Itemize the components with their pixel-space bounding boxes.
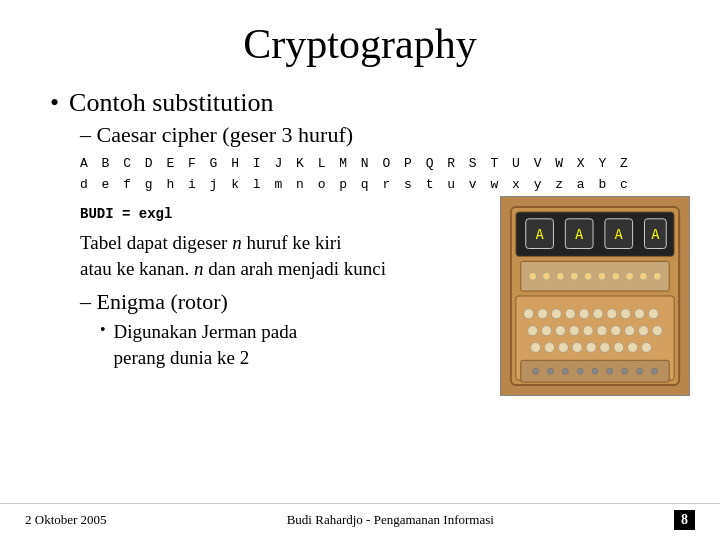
svg-point-50	[628, 342, 638, 352]
svg-point-35	[555, 325, 565, 335]
enigma-image: A A A A	[500, 196, 690, 396]
svg-point-43	[531, 342, 541, 352]
bullet-dot: •	[50, 88, 59, 118]
enigma-bullet-label: Digunakan Jerman padaperang dunia ke 2	[114, 319, 298, 372]
enigma-bullet: • Digunakan Jerman padaperang dunia ke 2	[100, 319, 490, 372]
text-area: BUDI = exgl Tabel dapat digeser n huruf …	[50, 206, 500, 372]
svg-point-20	[626, 272, 634, 280]
svg-point-27	[579, 308, 589, 318]
svg-point-30	[621, 308, 631, 318]
paragraph1: Tabel dapat digeser n huruf ke kiri atau…	[80, 230, 490, 283]
svg-point-23	[524, 308, 534, 318]
svg-point-42	[652, 325, 662, 335]
svg-point-59	[622, 368, 628, 374]
slide: Cryptography • Contoh substitution – Cae…	[0, 0, 720, 540]
bullet-main: • Contoh substitution	[50, 88, 690, 118]
svg-point-14	[543, 272, 551, 280]
svg-text:A: A	[535, 225, 544, 241]
svg-point-37	[583, 325, 593, 335]
svg-text:A: A	[651, 225, 660, 241]
svg-point-16	[570, 272, 578, 280]
enigma-heading: – Enigma (rotor)	[80, 289, 490, 315]
svg-point-38	[597, 325, 607, 335]
slide-title: Cryptography	[30, 20, 690, 68]
svg-point-46	[572, 342, 582, 352]
page-number: 8	[674, 510, 695, 530]
cipher-table: A B C D E F G H I J K L M N O P Q R S T …	[80, 154, 690, 196]
svg-text:A: A	[575, 225, 584, 241]
svg-point-22	[653, 272, 661, 280]
svg-point-17	[584, 272, 592, 280]
svg-point-54	[548, 368, 554, 374]
svg-point-21	[640, 272, 648, 280]
caesar-heading: – Caesar cipher (geser 3 huruf)	[80, 122, 690, 148]
footer-date: 2 Oktober 2005	[25, 512, 107, 528]
svg-point-25	[551, 308, 561, 318]
svg-point-33	[528, 325, 538, 335]
cipher-row2: d e f g h i j k l m n o p q r s t u v w …	[80, 175, 690, 196]
svg-point-18	[598, 272, 606, 280]
bullet-main-label: Contoh substitution	[69, 88, 273, 118]
svg-point-34	[542, 325, 552, 335]
svg-point-19	[612, 272, 620, 280]
svg-point-60	[637, 368, 643, 374]
italic-n1: n	[232, 232, 242, 253]
svg-point-26	[565, 308, 575, 318]
svg-point-36	[569, 325, 579, 335]
svg-point-61	[651, 368, 657, 374]
italic-n2: n	[194, 258, 204, 279]
budi-example: BUDI = exgl	[80, 206, 490, 222]
svg-point-58	[607, 368, 613, 374]
svg-point-57	[592, 368, 598, 374]
svg-point-40	[625, 325, 635, 335]
enigma-bullet-dot: •	[100, 319, 106, 341]
svg-point-32	[648, 308, 658, 318]
svg-point-39	[611, 325, 621, 335]
svg-point-48	[600, 342, 610, 352]
content-area: • Contoh substitution – Caesar cipher (g…	[30, 88, 690, 396]
main-content-area: BUDI = exgl Tabel dapat digeser n huruf …	[50, 206, 690, 396]
svg-point-24	[538, 308, 548, 318]
svg-point-55	[562, 368, 568, 374]
svg-point-41	[639, 325, 649, 335]
enigma-image-area: A A A A	[500, 196, 690, 396]
svg-point-47	[586, 342, 596, 352]
svg-point-31	[635, 308, 645, 318]
svg-point-13	[529, 272, 537, 280]
svg-point-29	[607, 308, 617, 318]
svg-point-53	[533, 368, 539, 374]
footer-center: Budi Rahardjo - Pengamanan Informasi	[107, 512, 674, 528]
svg-point-45	[558, 342, 568, 352]
svg-text:A: A	[615, 225, 624, 241]
svg-point-44	[545, 342, 555, 352]
svg-point-56	[577, 368, 583, 374]
svg-point-15	[556, 272, 564, 280]
cipher-row1: A B C D E F G H I J K L M N O P Q R S T …	[80, 154, 690, 175]
svg-point-28	[593, 308, 603, 318]
svg-point-51	[642, 342, 652, 352]
svg-point-49	[614, 342, 624, 352]
footer: 2 Oktober 2005 Budi Rahardjo - Pengamana…	[0, 503, 720, 530]
